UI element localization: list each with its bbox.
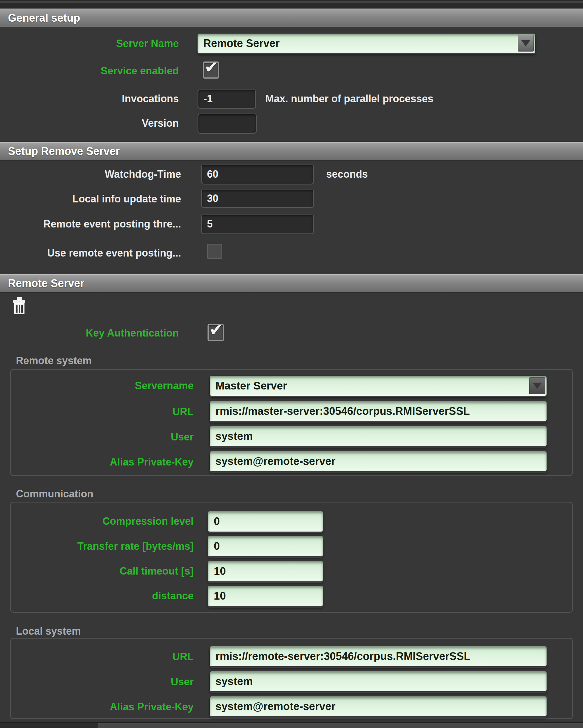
section-title: Remote Server <box>8 277 84 290</box>
local-info-update-time-input[interactable] <box>201 189 314 208</box>
use-remote-event-posting-checkbox[interactable] <box>207 244 222 259</box>
server-name-label: Server Name <box>0 37 179 50</box>
local-alias-private-key-label: Alias Private-Key <box>11 700 193 713</box>
version-input[interactable] <box>197 113 257 134</box>
section-header-general-setup: General setup <box>0 8 583 27</box>
version-label: Version <box>0 117 179 130</box>
local-user-input[interactable] <box>210 671 547 691</box>
servername-label: Servername <box>11 379 193 392</box>
remote-alias-private-key-input[interactable] <box>210 451 547 471</box>
invocations-hint: Max. number of parallel processes <box>265 92 433 105</box>
local-info-update-time-label: Local info update time <box>0 192 181 206</box>
distance-label: distance <box>11 589 193 602</box>
remote-url-input[interactable] <box>210 401 547 421</box>
key-authentication-checkbox[interactable]: ✔ <box>208 324 224 341</box>
remote-url-label: URL <box>11 406 193 418</box>
service-enabled-checkbox[interactable]: ✔ <box>203 61 219 79</box>
section-header-setup-remove-server: Setup Remove Server <box>0 142 583 161</box>
local-url-input[interactable] <box>210 646 547 666</box>
server-name-select[interactable]: Remote Server <box>197 33 535 53</box>
servername-select[interactable]: Master Server <box>210 376 547 396</box>
use-remote-event-posting-label: Use remote event posting... <box>0 246 181 260</box>
remote-event-posting-threshold-label: Remote event posting thre... <box>0 217 181 231</box>
server-settings-panel: General setup Server Name Remote Server … <box>0 0 583 728</box>
transfer-rate-input[interactable] <box>208 536 323 556</box>
trash-icon <box>12 297 27 315</box>
bottom-panel-edge-left <box>0 723 98 728</box>
section-header-remote-server: Remote Server <box>0 274 583 293</box>
section-title: Setup Remove Server <box>8 145 120 157</box>
section-title: General setup <box>8 12 80 24</box>
bottom-panel-edge-right <box>98 723 583 728</box>
watchdog-time-input[interactable] <box>201 164 314 184</box>
check-icon: ✔ <box>209 320 223 339</box>
top-divider <box>0 1 583 3</box>
servername-value: Master Server <box>215 380 287 392</box>
delete-remote-server-button[interactable] <box>11 297 28 315</box>
service-enabled-label: Service enabled <box>0 64 179 77</box>
communication-group-title: Communication <box>16 488 215 500</box>
compression-level-input[interactable] <box>208 511 323 531</box>
top-panel-edge <box>0 0 583 8</box>
remote-event-posting-threshold-input[interactable] <box>201 214 314 234</box>
chevron-down-icon[interactable] <box>529 377 545 394</box>
remote-user-label: User <box>11 431 193 444</box>
compression-level-label: Compression level <box>11 515 193 528</box>
watchdog-time-unit: seconds <box>326 168 368 181</box>
call-timeout-input[interactable] <box>208 561 323 581</box>
server-name-value: Remote Server <box>203 37 280 50</box>
distance-input[interactable] <box>208 586 323 606</box>
local-url-label: URL <box>11 650 193 664</box>
transfer-rate-label: Transfer rate [bytes/ms] <box>11 540 193 553</box>
invocations-input[interactable] <box>197 89 256 109</box>
remote-system-group-title: Remote system <box>16 354 215 367</box>
local-user-label: User <box>11 675 193 688</box>
local-alias-private-key-input[interactable] <box>210 696 547 716</box>
call-timeout-label: Call timeout [s] <box>11 565 193 578</box>
key-authentication-label: Key Authentication <box>0 327 179 340</box>
remote-alias-private-key-label: Alias Private-Key <box>11 456 193 469</box>
invocations-label: Invocations <box>0 92 179 105</box>
chevron-down-icon[interactable] <box>518 35 534 52</box>
remote-user-input[interactable] <box>210 426 547 446</box>
watchdog-time-label: Watchdog-Time <box>0 168 181 181</box>
check-icon: ✔ <box>204 57 218 77</box>
local-system-group-title: Local system <box>16 625 215 638</box>
